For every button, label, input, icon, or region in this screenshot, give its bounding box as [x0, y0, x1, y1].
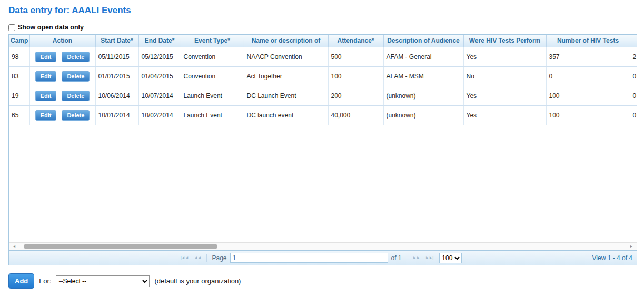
table-row[interactable]: 19EditDelete10/06/201410/07/2014Launch E… [9, 86, 637, 105]
cell: NAACP Convention [244, 47, 328, 66]
action-cell: EditDelete [29, 86, 95, 105]
delete-button[interactable]: Delete [62, 110, 90, 121]
edit-button[interactable]: Edit [35, 91, 57, 101]
cell: Yes [463, 47, 546, 66]
table-row[interactable]: 98EditDelete05/11/201505/12/2015Conventi… [9, 47, 637, 66]
prev-page-button[interactable]: ◄◄ [193, 255, 202, 260]
horizontal-scrollbar-thumb[interactable] [24, 244, 217, 249]
for-label: For: [39, 277, 51, 285]
cell: 98 [9, 47, 29, 66]
cell: 100 [328, 66, 383, 86]
column-header-attendance[interactable]: Attendance* [328, 35, 383, 47]
cell: Act Together [244, 66, 328, 86]
cell: 05/11/2015 [95, 47, 138, 66]
cell: Launch Event [181, 86, 244, 105]
pager: |◄◄ ◄◄ Page of 1 ►► ►►| 100 View 1 - 4 o… [9, 250, 637, 265]
cell: 2 [630, 47, 637, 66]
column-header-number-of-hiv-tests[interactable]: Number of HIV Tests [546, 35, 630, 47]
cell: 0 [630, 66, 637, 86]
grid-body: 98EditDelete05/11/201505/12/2015Conventi… [9, 47, 637, 125]
page: Data entry for: AAALI Events Show open d… [0, 0, 644, 289]
events-table: CampActionStart Date*End Date*Event Type… [9, 35, 637, 125]
pager-separator [206, 254, 207, 262]
column-header-action[interactable]: Action [29, 35, 95, 47]
cell: 83 [9, 66, 29, 86]
cell: 500 [328, 47, 383, 66]
first-page-button[interactable]: |◄◄ [180, 255, 190, 260]
cell: No [463, 66, 546, 86]
delete-button[interactable]: Delete [62, 52, 90, 62]
cell: 100 [546, 86, 630, 105]
cell: 10/07/2014 [138, 86, 181, 105]
scroll-left-arrow-icon[interactable]: ◄ [10, 243, 18, 250]
cell: 19 [9, 86, 29, 105]
page-size-select[interactable]: 100 [439, 253, 462, 263]
pager-right: View 1 - 4 of 4 [462, 254, 637, 262]
cell: 0 [630, 86, 637, 105]
view-range-label: View 1 - 4 of 4 [592, 254, 633, 262]
page-number-input[interactable] [230, 253, 388, 263]
add-button[interactable]: Add [8, 273, 34, 289]
cell: Convention [181, 47, 244, 66]
for-select[interactable]: --Select -- [56, 275, 150, 287]
action-cell: EditDelete [29, 66, 95, 86]
column-header-start-date[interactable]: Start Date* [95, 35, 138, 47]
column-header-camp[interactable]: Camp [9, 35, 29, 47]
page-label: Page [212, 254, 226, 262]
last-page-button[interactable]: ►►| [424, 255, 434, 260]
action-cell: EditDelete [29, 105, 95, 125]
show-open-label: Show open data only [18, 24, 84, 31]
cell: DC Launch Event [244, 86, 328, 105]
cell: 200 [328, 86, 383, 105]
horizontal-scrollbar[interactable]: ◄ ► [9, 242, 637, 250]
column-header-event-type[interactable]: Event Type* [181, 35, 244, 47]
add-row: Add For: --Select -- (default is your or… [8, 273, 637, 289]
show-open-checkbox[interactable] [8, 24, 15, 31]
page-title: Data entry for: AAALI Events [8, 5, 637, 16]
column-header-description-of-audience[interactable]: Description of Audience [383, 35, 463, 47]
cell: 01/04/2015 [138, 66, 181, 86]
pager-controls: |◄◄ ◄◄ Page of 1 ►► ►►| 100 [180, 253, 462, 263]
show-open-data-toggle[interactable]: Show open data only [8, 24, 84, 31]
cell: Yes [463, 105, 546, 125]
grid-header-row: CampActionStart Date*End Date*Event Type… [9, 35, 637, 47]
delete-button[interactable]: Delete [62, 71, 90, 82]
action-cell: EditDelete [29, 47, 95, 66]
delete-button[interactable]: Delete [62, 91, 90, 101]
cell: (unknown) [383, 86, 463, 105]
column-header-end-date[interactable]: End Date* [138, 35, 181, 47]
cell: 0 [546, 66, 630, 86]
cell: Launch Event [181, 105, 244, 125]
cell: DC launch event [244, 105, 328, 125]
cell: Convention [181, 66, 244, 86]
cell: 10/06/2014 [95, 86, 138, 105]
cell: 10/01/2014 [95, 105, 138, 125]
cell: 01/01/2015 [95, 66, 138, 86]
table-row[interactable]: 83EditDelete01/01/201501/04/2015Conventi… [9, 66, 637, 86]
edit-button[interactable]: Edit [35, 71, 57, 82]
cell: 40,000 [328, 105, 383, 125]
cell: 10/02/2014 [138, 105, 181, 125]
grid-viewport: CampActionStart Date*End Date*Event Type… [9, 35, 637, 242]
page-count-label: of 1 [391, 254, 402, 262]
pager-separator [407, 254, 407, 262]
edit-button[interactable]: Edit [35, 52, 57, 62]
cell: 100 [546, 105, 630, 125]
cell: Yes [463, 86, 546, 105]
cell: 0 [630, 105, 637, 125]
scroll-right-arrow-icon[interactable]: ► [627, 243, 636, 250]
edit-button[interactable]: Edit [35, 110, 57, 121]
cell: 65 [9, 105, 29, 125]
data-grid: CampActionStart Date*End Date*Event Type… [8, 34, 637, 265]
cell: 357 [546, 47, 630, 66]
cell: (unknown) [383, 105, 463, 125]
cell: AFAM - MSM [383, 66, 463, 86]
table-row[interactable]: 65EditDelete10/01/201410/02/2014Launch E… [9, 105, 637, 125]
column-header-were-hiv-tests-perform[interactable]: Were HIV Tests Perform [463, 35, 546, 47]
default-note: (default is your organization) [154, 277, 241, 285]
column-header-name-or-description-of[interactable]: Name or description of [244, 35, 328, 47]
cell: AFAM - General [383, 47, 463, 66]
column-header-nu[interactable]: Nu [630, 35, 637, 47]
cell: 05/12/2015 [138, 47, 181, 66]
next-page-button[interactable]: ►► [412, 255, 421, 260]
